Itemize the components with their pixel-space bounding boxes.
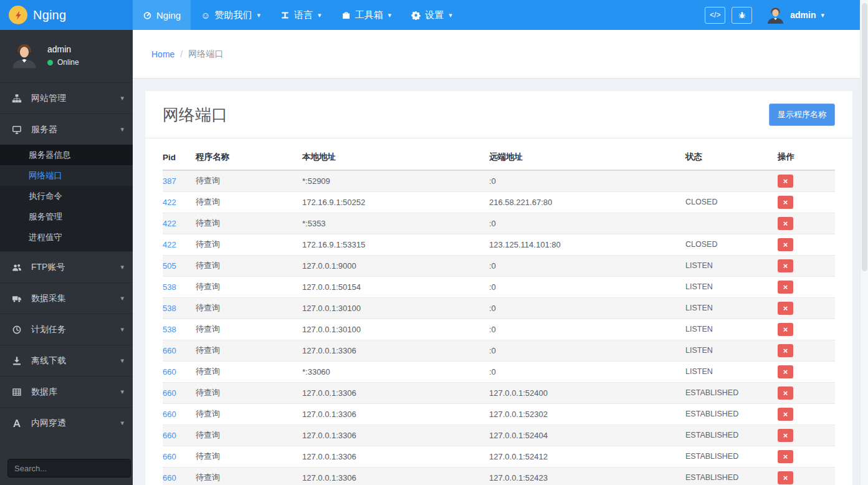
action-cell: × <box>778 234 835 255</box>
delete-button[interactable]: × <box>778 281 793 294</box>
col-remote-address: 远端地址 <box>489 142 685 170</box>
sidebar-item-service-manage[interactable]: 服务管理 <box>0 206 133 227</box>
sitemap-icon <box>12 94 22 103</box>
pid-cell: 422 <box>163 191 196 213</box>
chevron-down-icon: ▾ <box>120 325 124 334</box>
pid-link[interactable]: 387 <box>163 176 176 186</box>
pid-cell: 505 <box>163 255 196 276</box>
chevron-down-icon: ▾ <box>120 357 124 365</box>
delete-button[interactable]: × <box>778 408 793 421</box>
scrollbar-thumb[interactable] <box>862 3 867 271</box>
monitor-icon <box>12 125 22 135</box>
code-button[interactable]: </> <box>705 7 725 24</box>
delete-button[interactable]: × <box>778 471 793 484</box>
pid-link[interactable]: 660 <box>163 388 176 398</box>
pid-link[interactable]: 538 <box>163 304 176 313</box>
search-input[interactable] <box>7 459 131 478</box>
local-address-cell: 127.0.0.1:30100 <box>302 319 489 340</box>
bug-icon <box>738 11 746 19</box>
pid-link[interactable]: 660 <box>163 410 176 419</box>
sidebar-item-scheduled-tasks[interactable]: 计划任务 ▾ <box>0 314 133 345</box>
pid-link[interactable]: 538 <box>163 282 176 292</box>
pid-link[interactable]: 660 <box>163 473 176 483</box>
sidebar-item-offline-download[interactable]: 离线下载 ▾ <box>0 345 133 376</box>
pid-link[interactable]: 422 <box>163 219 176 228</box>
delete-button[interactable]: × <box>778 259 793 272</box>
program-name-cell: 待查询 <box>196 319 302 340</box>
status-cell: ESTABLISHED <box>685 467 778 485</box>
sidebar-item-intranet-tunnel[interactable]: 内网穿透 ▾ <box>0 407 133 438</box>
local-address-cell: *:33060 <box>302 361 489 382</box>
sidebar-item-server[interactable]: 服务器 ▾ <box>0 113 133 145</box>
top-nav: Nging ☺ 赞助我们 ▾ 语言 ▾ 工具箱 ▾ 设置 ▾ <box>133 0 462 30</box>
close-icon: × <box>783 175 788 187</box>
delete-button[interactable]: × <box>778 450 793 463</box>
show-program-name-button[interactable]: 显示程序名称 <box>769 103 835 126</box>
delete-button[interactable]: × <box>778 238 793 251</box>
program-name-cell: 待查询 <box>196 403 302 425</box>
local-address-cell: 127.0.0.1:3306 <box>302 382 489 403</box>
users-icon <box>12 262 22 272</box>
action-cell: × <box>778 446 835 467</box>
delete-button[interactable]: × <box>778 365 793 378</box>
program-name-cell: 待查询 <box>196 361 302 382</box>
sidebar-item-websites[interactable]: 网站管理 ▾ <box>0 82 133 113</box>
pid-link[interactable]: 538 <box>163 325 176 334</box>
delete-button[interactable]: × <box>778 344 793 357</box>
sidebar-item-process-daemon[interactable]: 进程值守 <box>0 227 133 247</box>
sidebar-item-database[interactable]: 数据库 ▾ <box>0 376 133 407</box>
sidebar-item-network-ports[interactable]: 网络端口 <box>0 165 133 186</box>
local-address-cell: *:5353 <box>302 213 489 234</box>
delete-button[interactable]: × <box>778 323 793 336</box>
delete-button[interactable]: × <box>778 217 793 230</box>
user-menu[interactable]: admin ▾ <box>766 6 824 25</box>
table-icon <box>12 387 22 397</box>
action-cell: × <box>778 297 835 319</box>
online-status: Online <box>47 58 79 67</box>
pid-link[interactable]: 422 <box>163 198 176 207</box>
content-area: 网络端口 显示程序名称 Pid 程序名称 本地地址 <box>133 79 868 485</box>
delete-button[interactable]: × <box>778 196 793 209</box>
remote-address-cell: 216.58.221.67:80 <box>489 191 685 213</box>
nav-item-language[interactable]: 语言 ▾ <box>270 0 331 30</box>
nav-item-nging[interactable]: Nging <box>133 0 191 30</box>
pid-link[interactable]: 422 <box>163 240 176 249</box>
table-header-row: Pid 程序名称 本地地址 远端地址 状态 操作 <box>163 142 835 170</box>
delete-button[interactable]: × <box>778 302 793 315</box>
breadcrumb-separator: / <box>180 49 183 59</box>
sidebar-item-label: 网站管理 <box>31 93 66 104</box>
language-icon <box>280 11 290 20</box>
table-row: 422 待查询 172.16.9.1:53315 123.125.114.101… <box>163 234 835 255</box>
sidebar-item-data-collection[interactable]: 数据采集 ▾ <box>0 282 133 314</box>
status-cell <box>685 213 778 234</box>
pid-link[interactable]: 660 <box>163 367 176 377</box>
nav-item-settings[interactable]: 设置 ▾ <box>401 0 462 30</box>
pid-link[interactable]: 660 <box>163 431 176 440</box>
nav-item-toolbox[interactable]: 工具箱 ▾ <box>331 0 402 30</box>
sidebar-item-label: 服务器 <box>31 124 57 135</box>
sidebar-item-ftp[interactable]: FTP账号 ▾ <box>0 251 133 282</box>
pid-link[interactable]: 660 <box>163 346 176 355</box>
table-row: 538 待查询 127.0.0.1:50154 :0 LISTEN × <box>163 276 835 297</box>
debug-button[interactable] <box>732 7 752 24</box>
sidebar-item-server-info[interactable]: 服务器信息 <box>0 145 133 165</box>
chevron-down-icon: ▾ <box>388 11 392 19</box>
delete-button[interactable]: × <box>778 175 793 188</box>
close-icon: × <box>783 345 788 357</box>
delete-button[interactable]: × <box>778 429 793 442</box>
sidebar-item-exec-command[interactable]: 执行命令 <box>0 186 133 206</box>
program-name-cell: 待查询 <box>196 191 302 213</box>
pid-link[interactable]: 660 <box>163 452 176 461</box>
remote-address-cell: 127.0.0.1:52423 <box>489 467 685 485</box>
delete-button[interactable]: × <box>778 387 793 400</box>
close-icon: × <box>783 472 788 484</box>
pid-link[interactable]: 505 <box>163 261 176 271</box>
nav-item-sponsor[interactable]: ☺ 赞助我们 ▾ <box>191 0 270 30</box>
breadcrumb-home-link[interactable]: Home <box>151 49 174 59</box>
sidebar-item-label: 数据采集 <box>31 293 66 304</box>
sidebar: admin Online 网站管理 ▾ <box>0 30 133 485</box>
brand-logo[interactable]: Nging <box>0 0 133 30</box>
program-name-cell: 待查询 <box>196 276 302 297</box>
table-row: 660 待查询 127.0.0.1:3306 127.0.0.1:52423 E… <box>163 467 835 485</box>
pid-cell: 660 <box>163 340 196 361</box>
